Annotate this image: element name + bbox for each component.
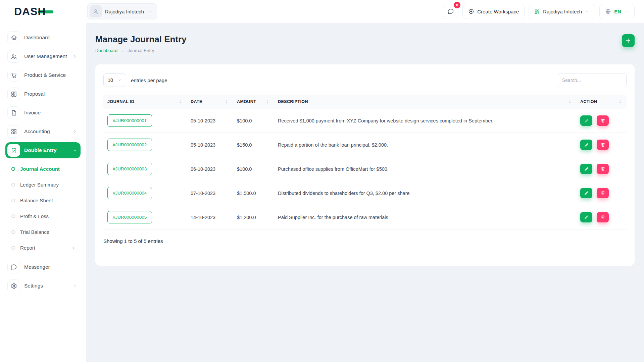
sidebar-subitem-trial-balance[interactable]: Trial Balance [5,224,81,240]
description-cell: Received $1,000 payment from XYZ Company… [274,109,576,133]
sidebar-subitem-label: Ledger Summary [20,182,59,188]
sidebar: Dashboard User Management Product & Serv… [0,23,86,362]
chevron-down-icon [147,9,152,14]
edit-button[interactable] [580,115,592,126]
delete-button[interactable] [597,115,609,126]
main-content: Manage Journal Entry Dashboard Journal E… [86,23,644,266]
sidebar-item-label: Double Entry [24,147,68,153]
sidebar-item-settings[interactable]: Settings [5,278,81,294]
sidebar-nav: Dashboard User Management Product & Serv… [5,30,81,294]
breadcrumb: Dashboard Journal Entry [95,48,187,53]
column-label: DATE [191,99,202,104]
sort-icon[interactable] [567,99,572,104]
sidebar-item-label: Proposal [24,91,77,97]
journal-table-card: 10 entries per page JOURNAL IDDATEAMOUNT… [95,64,635,266]
sidebar-item-messenger[interactable]: Messenger [5,259,81,275]
table-row: #JUR000000002 05-10-2023 $150.0 Repaid a… [103,133,627,157]
sidebar-item-double-entry[interactable]: Double Entry [5,142,81,158]
plus-icon [625,38,631,44]
workspace-selector[interactable]: Rajodiya Infotech [87,3,157,19]
journal-id-pill[interactable]: #JUR000000002 [107,139,152,151]
sidebar-item-label: Messenger [24,264,77,270]
journal-id-pill[interactable]: #JUR000000003 [107,163,152,175]
language-selector[interactable]: EN [599,4,635,19]
search-input[interactable] [558,73,627,87]
bullet-icon [11,229,16,235]
breadcrumb-current: Journal Entry [128,48,154,53]
gear-icon [7,279,20,292]
journal-id-pill[interactable]: #JUR000000001 [107,114,152,127]
edit-button[interactable] [580,140,592,150]
chat-icon [447,8,454,15]
column-header-description[interactable]: DESCRIPTION [274,95,576,109]
journal-entries-table: JOURNAL IDDATEAMOUNTDESCRIPTIONACTION #J… [103,95,627,229]
delete-button[interactable] [597,140,609,150]
sidebar-item-label: Product & Service [24,72,77,78]
edit-button[interactable] [580,188,592,198]
sidebar-subitem-label: Profit & Loss [20,213,49,219]
submenu-double-entry: Journal Account Ledger Summary Balance S… [5,161,81,256]
chat-icon [7,261,20,273]
sort-icon[interactable] [178,99,183,104]
delete-button[interactable] [597,212,609,222]
column-header-date[interactable]: DATE [187,95,233,109]
sidebar-subitem-journal-account[interactable]: Journal Account [5,161,81,177]
sidebar-item-proposal[interactable]: Proposal [5,86,81,102]
app-logo[interactable]: DASH [0,5,86,18]
sidebar-item-user-management[interactable]: User Management [5,48,81,64]
delete-button[interactable] [597,164,609,174]
sort-icon[interactable] [265,99,270,104]
date-cell: 05-10-2023 [187,109,233,133]
sidebar-item-accounting[interactable]: Accounting [5,123,81,140]
add-journal-entry-button[interactable] [622,34,635,47]
amount-cell: $100.0 [233,157,274,181]
journal-id-pill[interactable]: #JUR000000004 [107,187,152,199]
company-menu-button[interactable]: Rajodiya Infotech [529,4,595,19]
entries-per-page-select[interactable]: 10 [103,73,126,87]
column-label: AMOUNT [237,99,256,104]
company-menu-label: Rajodiya Infotech [543,9,582,14]
edit-button[interactable] [580,164,592,174]
invoice-icon [7,106,20,119]
journal-id-pill[interactable]: #JUR000000005 [107,211,152,223]
date-cell: 06-10-2023 [187,157,233,181]
sidebar-subitem-report[interactable]: Report [5,240,81,256]
messages-button[interactable]: 0 [443,4,458,19]
chevron-down-icon [624,9,629,14]
sidebar-subitem-balance-sheet[interactable]: Balance Sheet [5,193,81,208]
column-header-action[interactable]: ACTION [576,95,627,109]
header-actions: 0 Create Workspace Rajodiya Infotech EN [443,4,635,19]
create-workspace-button[interactable]: Create Workspace [462,4,525,19]
description-cell: Paid Supplier Inc. for the purchase of r… [274,205,576,229]
breadcrumb-dashboard-link[interactable]: Dashboard [95,48,117,53]
delete-button[interactable] [597,188,609,198]
sidebar-item-label: Settings [24,283,68,289]
table-footer-status: Showing 1 to 5 of 5 entries [103,238,627,244]
column-header-journal-id[interactable]: JOURNAL ID [103,95,187,109]
column-header-amount[interactable]: AMOUNT [233,95,274,109]
sidebar-item-label: Accounting [24,128,68,135]
table-row: #JUR000000004 07-10-2023 $1,500.0 Distri… [103,181,627,205]
column-label: ACTION [580,99,597,104]
logo-text: DASH [14,5,46,18]
sidebar-item-product-service[interactable]: Product & Service [5,67,81,83]
sort-icon[interactable] [224,99,229,104]
bullet-icon [11,166,16,171]
sidebar-item-label: User Management [24,53,68,59]
sidebar-item-label: Dashboard [24,35,77,41]
sidebar-subitem-profit-loss[interactable]: Profit & Loss [5,208,81,224]
sidebar-subitem-ledger-summary[interactable]: Ledger Summary [5,177,81,193]
chevron-right-icon [72,129,77,134]
edit-button[interactable] [580,212,592,222]
description-cell: Purchased office supplies from OfficeMar… [274,157,576,181]
create-workspace-label: Create Workspace [477,9,519,14]
language-label: EN [614,9,621,14]
chevron-down-icon [585,9,590,14]
column-label: JOURNAL ID [107,99,134,104]
sidebar-item-dashboard[interactable]: Dashboard [5,30,81,46]
sidebar-item-label: Invoice [24,110,77,116]
chevron-right-icon [72,283,77,288]
table-row: #JUR000000003 06-10-2023 $100.0 Purchase… [103,157,627,181]
sort-icon[interactable] [618,99,623,104]
sidebar-item-invoice[interactable]: Invoice [5,105,81,121]
